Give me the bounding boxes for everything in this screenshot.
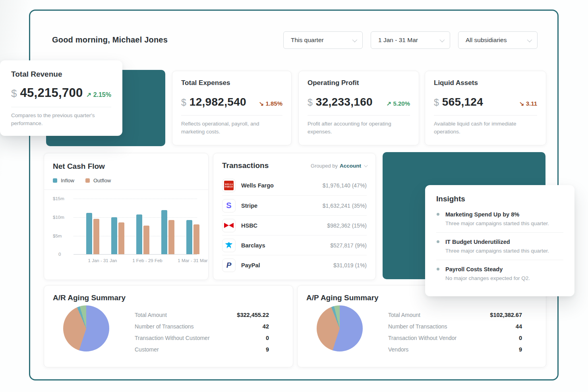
stat-row: Vendors 9 — [388, 346, 522, 353]
stat-value: $102,382.67 — [490, 312, 522, 318]
currency-symbol: $ — [11, 87, 17, 100]
stat-label: Total Amount — [388, 312, 420, 318]
insight-item: IT Budget Underutilized Three major camp… — [436, 239, 563, 254]
divider — [44, 189, 208, 190]
ar-aging-pie-chart — [63, 305, 109, 351]
account-amount: $527,817 (9%) — [330, 242, 367, 249]
account-amount: $31,019 (1%) — [333, 262, 367, 268]
date-range-dropdown-value: 1 Jan - 31 Mar — [378, 37, 418, 44]
y-axis-tick: 0 — [58, 252, 75, 257]
bullet-dot-icon — [437, 268, 439, 270]
account-amount: $982,362 (15%) — [327, 222, 367, 229]
operating-profit-card: Operating Profit $ 32,233,160 ↗ 5.20% Pr… — [298, 71, 419, 145]
ap-aging-pie-chart — [317, 305, 363, 351]
subsidiaries-dropdown[interactable]: All subsidiaries — [458, 31, 538, 49]
kpi-value: 565,124 — [442, 96, 483, 108]
inflow-bar — [161, 210, 167, 254]
stat-row: Total Amount $322,455.22 — [135, 312, 269, 318]
stripe-logo-icon: S — [222, 199, 236, 212]
paypal-logo-icon: P — [222, 259, 236, 272]
bullet-dot-icon — [437, 240, 439, 243]
divider — [434, 115, 537, 116]
delta-value: 2.15% — [93, 91, 111, 98]
grouped-by-value: Account — [340, 163, 361, 169]
transaction-row-hsbc[interactable]: HSBC $982,362 (15%) — [222, 215, 367, 235]
kpi-value: 45,215,700 — [20, 86, 83, 100]
insight-description: Three major campaigns started this quart… — [445, 220, 563, 226]
insight-description: Three major campaigns started this quart… — [445, 248, 563, 254]
period-dropdown[interactable]: This quarter — [283, 31, 363, 49]
bar-chart-bars — [74, 199, 197, 254]
transaction-row-wells-fargo[interactable]: WELLSFARGO Wells Fargo $1,976,140 (47%) — [222, 176, 367, 195]
outflow-bar — [193, 224, 199, 254]
trend-down-badge: ↘ 1.85% — [259, 100, 282, 107]
card-title: Net Cash Flow — [53, 162, 199, 171]
kpi-description: Profit after accounting for operating ex… — [308, 120, 410, 135]
bar-chart: $15m $10m $5m 0 1 Jan - 31 Jan 1 Feb - 2… — [53, 199, 199, 269]
trend-down-badge: ↘ 3.11 — [519, 100, 537, 107]
kpi-description: Compares to the previous quarter's perfo… — [11, 112, 111, 127]
stat-row: Transaction Without Customer 0 — [135, 335, 269, 341]
hsbc-logo-icon — [222, 219, 236, 232]
divider — [181, 115, 282, 116]
y-axis-tick: $5m — [53, 234, 70, 238]
card-title: A/R Aging Summary — [53, 294, 284, 302]
date-range-dropdown[interactable]: 1 Jan - 31 Mar — [371, 31, 450, 49]
chevron-down-icon — [364, 163, 368, 167]
stat-value: 0 — [519, 335, 522, 341]
stat-value: 0 — [266, 335, 269, 341]
account-name: Barclays — [241, 242, 265, 249]
insight-title: Payroll Costs Steady — [445, 266, 563, 272]
stat-label: Total Amount — [135, 312, 167, 318]
insight-item: Marketing Spend Up by 8% Three major cam… — [436, 211, 563, 226]
divider — [436, 232, 563, 233]
ar-aging-stats: Total Amount $322,455.22 Number of Trans… — [135, 312, 269, 358]
card-title: Transactions — [222, 161, 269, 170]
currency-symbol: $ — [434, 97, 439, 108]
y-axis-tick: $15m — [53, 196, 70, 201]
divider — [436, 260, 563, 260]
stat-row: Number of Transactions 42 — [135, 323, 269, 330]
trend-up-badge: ↗ 2.15% — [86, 91, 111, 98]
kpi-description: Reflects operational, payroll, and marke… — [181, 120, 282, 135]
transaction-row-paypal[interactable]: P PayPal $31,019 (1%) — [222, 255, 367, 275]
trend-up-icon: ↗ — [387, 100, 392, 107]
ap-aging-summary-card: A/P Aging Summary Total Amount $102,382.… — [297, 285, 546, 367]
insight-description: No major changes expected for Q2. — [445, 275, 563, 281]
outflow-bar — [118, 222, 124, 254]
transaction-row-barclays[interactable]: Barclays $527,817 (9%) — [222, 235, 367, 255]
currency-symbol: $ — [181, 97, 186, 108]
account-name: PayPal — [241, 262, 260, 268]
transaction-row-stripe[interactable]: S Stripe $1,632,241 (35%) — [222, 195, 367, 215]
card-title: Liquid Assets — [434, 79, 537, 87]
delta-value: 3.11 — [526, 100, 537, 107]
stat-value: $322,455.22 — [237, 312, 269, 318]
inflow-bar — [111, 217, 117, 254]
insights-card: Insights Marketing Spend Up by 8% Three … — [425, 185, 574, 296]
legend-label: Outflow — [93, 178, 111, 183]
inflow-bar — [136, 214, 142, 254]
grouped-by-label: Grouped by — [311, 163, 338, 169]
delta-value: 1.85% — [265, 100, 282, 107]
grouped-by-selector[interactable]: Grouped by Account — [311, 163, 367, 169]
stat-row: Number of Transactions 44 — [388, 323, 522, 330]
net-cash-flow-card: Net Cash Flow Inflow Outflow $15m $10m $… — [44, 153, 209, 280]
divider — [11, 107, 111, 107]
total-revenue-card: Total Revenue $ 45,215,700 ↗ 2.15% Compa… — [0, 60, 122, 136]
currency-symbol: $ — [308, 97, 313, 108]
subsidiaries-dropdown-value: All subsidiaries — [466, 37, 507, 44]
chart-legend: Inflow Outflow — [53, 178, 199, 183]
stat-value: 9 — [519, 346, 522, 353]
insight-title: Marketing Spend Up by 8% — [445, 211, 563, 218]
stat-label: Number of Transactions — [135, 323, 194, 330]
stat-value: 44 — [516, 323, 522, 330]
inflow-bar — [86, 213, 92, 254]
card-title: Total Revenue — [11, 70, 111, 79]
card-title: Total Expenses — [181, 79, 282, 87]
barclays-eagle-icon — [222, 239, 236, 252]
chevron-down-icon — [527, 37, 532, 42]
transactions-card: Transactions Grouped by Account WELLSFAR… — [213, 153, 376, 280]
legend-item-inflow: Inflow — [53, 178, 74, 183]
kpi-description: Available liquid cash for immediate oper… — [434, 120, 537, 135]
stat-label: Transaction Without Customer — [135, 335, 210, 341]
